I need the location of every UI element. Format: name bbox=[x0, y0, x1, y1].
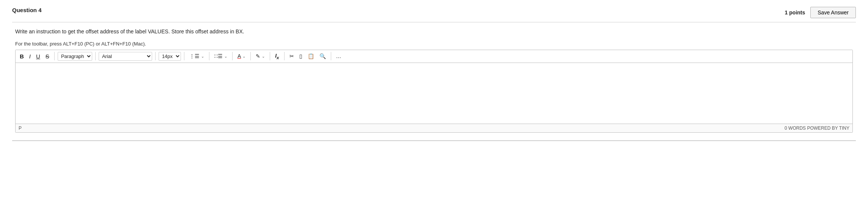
divider-8 bbox=[270, 52, 270, 60]
save-answer-button[interactable]: Save Answer bbox=[810, 7, 856, 18]
search-button[interactable]: 🔍 bbox=[318, 52, 328, 60]
font-color-icon: A bbox=[237, 53, 241, 59]
points-save-area: 1 points Save Answer bbox=[785, 7, 856, 18]
points-label: 1 points bbox=[785, 9, 805, 16]
toolbar-hint: For the toolbar, press ALT+F10 (PC) or A… bbox=[15, 41, 853, 47]
underline-button[interactable]: U bbox=[34, 52, 42, 61]
paste-button[interactable]: 📋 bbox=[306, 52, 316, 60]
italic-button[interactable]: I bbox=[27, 52, 33, 61]
paragraph-group: Paragraph Heading 1 Heading 2 bbox=[58, 52, 92, 61]
editor-footer: P 0 WORDS POWERED BY TINY bbox=[16, 124, 852, 132]
font-select[interactable]: Arial Times New Roman Courier New bbox=[99, 52, 152, 61]
font-group: Arial Times New Roman Courier New bbox=[99, 52, 152, 61]
divider-5 bbox=[209, 52, 209, 60]
footer-word-count: 0 WORDS POWERED BY TINY bbox=[785, 126, 849, 131]
bold-button[interactable]: B bbox=[18, 52, 26, 61]
question-body: Write an instruction to get the offset a… bbox=[12, 28, 856, 133]
cut-button[interactable]: ✂ bbox=[288, 52, 296, 60]
search-icon: 🔍 bbox=[319, 53, 326, 59]
question-title: Question 4 bbox=[12, 7, 42, 13]
copy-icon: ▯ bbox=[299, 53, 302, 59]
divider-2 bbox=[95, 52, 96, 60]
strikethrough-button[interactable]: S bbox=[44, 52, 51, 61]
divider-6 bbox=[232, 52, 233, 60]
font-color-button[interactable]: A ⌄ bbox=[236, 52, 247, 60]
more-options-button[interactable]: … bbox=[334, 52, 343, 60]
highlight-button[interactable]: ✎ ⌄ bbox=[254, 52, 267, 60]
unordered-list-button[interactable]: ⋮☰ ⌄ bbox=[187, 52, 206, 60]
paste-icon: 📋 bbox=[308, 53, 314, 59]
copy-button[interactable]: ▯ bbox=[297, 52, 304, 60]
ordered-list-button[interactable]: ∷☰ ⌄ bbox=[212, 52, 229, 60]
ordered-list-icon: ∷☰ bbox=[214, 53, 223, 59]
clear-format-icon: Ix bbox=[275, 53, 279, 60]
divider-3 bbox=[155, 52, 156, 60]
chevron-down-icon-2: ⌄ bbox=[224, 54, 227, 58]
question-header: Question 4 1 points Save Answer bbox=[12, 7, 856, 22]
fontsize-group: 14px 10px 12px 16px 18px bbox=[159, 52, 181, 61]
divider-1 bbox=[54, 52, 55, 60]
divider-9 bbox=[284, 52, 285, 60]
editor-toolbar: B I U S Paragraph Heading 1 Heading 2 bbox=[16, 50, 852, 63]
divider-4 bbox=[184, 52, 184, 60]
page-wrapper: Question 4 1 points Save Answer Write an… bbox=[0, 0, 868, 204]
chevron-down-icon: ⌄ bbox=[201, 54, 204, 58]
section-divider bbox=[12, 140, 856, 141]
chevron-down-icon-4: ⌄ bbox=[262, 54, 265, 58]
fontsize-select[interactable]: 14px 10px 12px 16px 18px bbox=[159, 52, 181, 61]
paragraph-select[interactable]: Paragraph Heading 1 Heading 2 bbox=[58, 52, 92, 61]
chevron-down-icon-3: ⌄ bbox=[242, 54, 245, 58]
divider-10 bbox=[331, 52, 331, 60]
editor-container: B I U S Paragraph Heading 1 Heading 2 bbox=[15, 50, 853, 133]
question-text: Write an instruction to get the offset a… bbox=[15, 28, 853, 36]
editor-content[interactable] bbox=[16, 63, 852, 124]
more-options-icon: … bbox=[336, 53, 341, 59]
cut-icon: ✂ bbox=[289, 53, 294, 59]
unordered-list-icon: ⋮☰ bbox=[189, 53, 200, 59]
footer-paragraph-indicator: P bbox=[19, 126, 22, 131]
divider-7 bbox=[250, 52, 251, 60]
highlight-icon: ✎ bbox=[256, 53, 260, 59]
clear-format-button[interactable]: Ix bbox=[273, 52, 281, 61]
